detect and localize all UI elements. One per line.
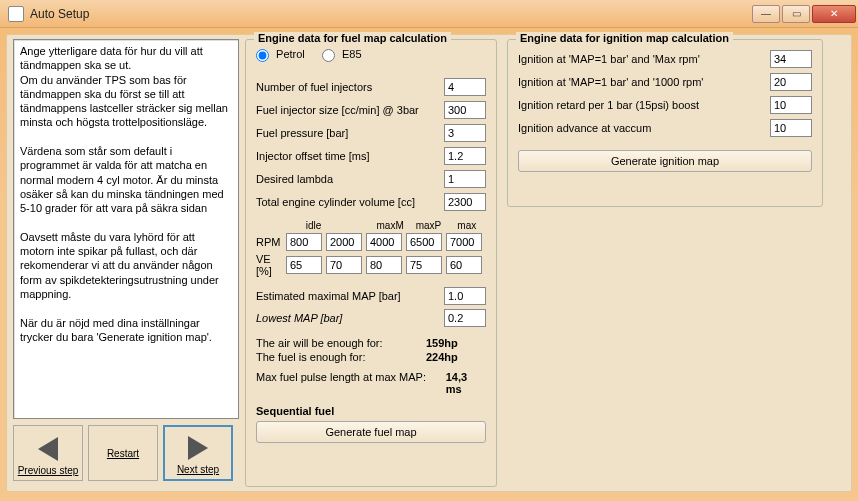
ign-f1-input[interactable] xyxy=(770,50,812,68)
lambda-input[interactable] xyxy=(444,170,486,188)
rpm-max-input[interactable] xyxy=(446,233,482,251)
minimize-button[interactable]: — xyxy=(752,5,780,23)
rpm-maxm-input[interactable] xyxy=(366,233,402,251)
pulse-result-value: 14,3 ms xyxy=(446,371,486,395)
generate-fuel-map-button[interactable]: Generate fuel map xyxy=(256,421,486,443)
ign-f2-input[interactable] xyxy=(770,73,812,91)
previous-step-button[interactable]: Previous step xyxy=(13,425,83,481)
e85-radio[interactable] xyxy=(322,49,335,62)
rpm-maxp-input[interactable] xyxy=(406,233,442,251)
pulse-result-label: Max fuel pulse length at max MAP: xyxy=(256,371,446,395)
close-button[interactable]: ✕ xyxy=(812,5,856,23)
e85-radio-label[interactable]: E85 xyxy=(322,48,362,60)
instructions-text: Ange ytterligare data för hur du vill at… xyxy=(13,39,239,419)
pressure-label: Fuel pressure [bar] xyxy=(256,127,444,139)
offset-label: Injector offset time [ms] xyxy=(256,150,444,162)
ve-idle-input[interactable] xyxy=(286,256,322,274)
max-map-label: Estimated maximal MAP [bar] xyxy=(256,290,444,302)
petrol-radio[interactable] xyxy=(256,49,269,62)
injectors-input[interactable] xyxy=(444,78,486,96)
fuel-legend: Engine data for fuel map calculation xyxy=(254,32,451,44)
injectors-label: Number of fuel injectors xyxy=(256,81,444,93)
fuel-result-value: 224hp xyxy=(426,351,458,363)
offset-input[interactable] xyxy=(444,147,486,165)
ign-f3-input[interactable] xyxy=(770,96,812,114)
ve-maxm-input[interactable] xyxy=(366,256,402,274)
rpm-1-input[interactable] xyxy=(326,233,362,251)
cylvol-label: Total engine cylinder volume [cc] xyxy=(256,196,444,208)
low-map-input[interactable] xyxy=(444,309,486,327)
ve-maxp-input[interactable] xyxy=(406,256,442,274)
window-title: Auto Setup xyxy=(30,7,752,21)
air-result-label: The air will be enough for: xyxy=(256,337,426,349)
sequential-fuel-label: Sequential fuel xyxy=(256,405,486,417)
ign-f3-label: Ignition retard per 1 bar (15psi) boost xyxy=(518,99,770,111)
ign-f1-label: Ignition at 'MAP=1 bar' and 'Max rpm' xyxy=(518,53,770,65)
pressure-input[interactable] xyxy=(444,124,486,142)
content-pane: Ange ytterligare data för hur du vill at… xyxy=(6,34,852,492)
fuel-groupbox: Engine data for fuel map calculation Pet… xyxy=(245,39,497,487)
ve-label: VE [%] xyxy=(256,253,286,277)
petrol-radio-label[interactable]: Petrol xyxy=(256,48,308,60)
ignition-groupbox: Engine data for ignition map calculation… xyxy=(507,39,823,207)
ign-f4-label: Ignition advance at vaccum xyxy=(518,122,770,134)
rpm-idle-input[interactable] xyxy=(286,233,322,251)
max-map-input[interactable] xyxy=(444,287,486,305)
arrow-left-icon xyxy=(38,437,58,461)
arrow-right-icon xyxy=(188,436,208,460)
air-result-value: 159hp xyxy=(426,337,458,349)
fuel-result-label: The fuel is enough for: xyxy=(256,351,426,363)
inj-size-label: Fuel injector size [cc/min] @ 3bar xyxy=(256,104,444,116)
rpm-label: RPM xyxy=(256,236,286,248)
grid-header: idle maxM maxP max xyxy=(256,220,486,231)
restart-button[interactable]: Restart xyxy=(88,425,158,481)
lambda-label: Desired lambda xyxy=(256,173,444,185)
ign-f4-input[interactable] xyxy=(770,119,812,137)
ve-max-input[interactable] xyxy=(446,256,482,274)
ignition-legend: Engine data for ignition map calculation xyxy=(516,32,733,44)
next-step-button[interactable]: Next step xyxy=(163,425,233,481)
ign-f2-label: Ignition at 'MAP=1 bar' and '1000 rpm' xyxy=(518,76,770,88)
maximize-button[interactable]: ▭ xyxy=(782,5,810,23)
generate-ignition-map-button[interactable]: Generate ignition map xyxy=(518,150,812,172)
cylvol-input[interactable] xyxy=(444,193,486,211)
low-map-label: Lowest MAP [bar] xyxy=(256,312,444,324)
ve-1-input[interactable] xyxy=(326,256,362,274)
inj-size-input[interactable] xyxy=(444,101,486,119)
titlebar: Auto Setup — ▭ ✕ xyxy=(0,0,858,28)
app-icon xyxy=(8,6,24,22)
